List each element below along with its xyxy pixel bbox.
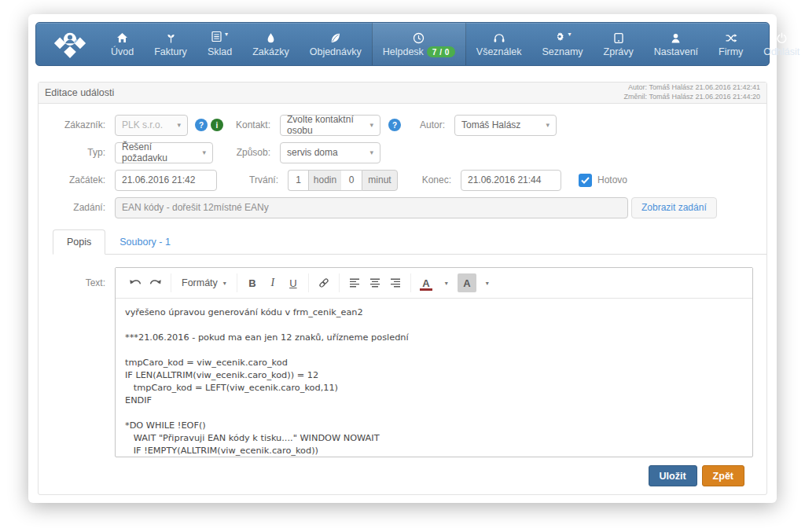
chevron-down-icon: ▾ [445, 280, 448, 287]
duration-group: hodin minut [288, 170, 398, 191]
chevron-down-icon: ▾ [223, 280, 226, 287]
tab-bar: Popis Soubory - 1 [53, 229, 766, 255]
nav-item-sklad[interactable]: ▾ Sklad [197, 23, 242, 65]
align-left-button[interactable] [345, 273, 364, 292]
event-edit-panel: Editace události Autor: Tomáš Halász 21.… [38, 82, 767, 495]
power-icon [776, 31, 788, 44]
contact-label: Kontakt: [223, 119, 280, 130]
align-center-button[interactable] [366, 273, 384, 292]
author-label: Autor: [407, 119, 454, 130]
tab-soubory[interactable]: Soubory - 1 [105, 229, 185, 255]
align-group [340, 273, 411, 292]
plant-icon [165, 31, 177, 44]
app-logo[interactable] [41, 23, 101, 65]
bold-button[interactable]: B [243, 273, 262, 292]
form-row-time: Začátek: Trvání: hodin minut Konec: Hoto… [39, 169, 766, 191]
user-icon [670, 31, 682, 44]
contact-select[interactable]: Zvolte kontaktní osobu▾ [280, 115, 380, 136]
duration-label: Trvání: [217, 174, 288, 185]
back-button[interactable]: Zpět [702, 465, 744, 486]
nav-item-nastaveni[interactable]: Nastavení [644, 23, 708, 65]
align-right-button[interactable] [386, 273, 405, 292]
formats-dropdown[interactable]: Formáty▾ [177, 277, 231, 288]
chevron-down-icon: ▾ [486, 280, 489, 287]
audit-meta: Autor: Tomáš Halász 21.06.2016 21:42:41 … [624, 83, 760, 101]
method-label: Způsob: [213, 147, 280, 158]
nav-item-seznamy[interactable]: ▾ Seznamy [532, 23, 594, 65]
redo-button[interactable] [146, 273, 165, 292]
type-select[interactable]: Řešení požadavku▾ [115, 142, 213, 163]
clock-icon [413, 31, 425, 44]
text-color-button[interactable]: A [417, 273, 436, 292]
duration-hours-input[interactable] [288, 170, 308, 191]
done-checkbox[interactable] [579, 174, 592, 187]
underline-button[interactable]: U [284, 273, 303, 292]
align-left-icon [349, 278, 360, 288]
nav-item-odhlasit[interactable]: Odhlásit [753, 23, 805, 65]
text-color-caret[interactable]: ▾ [437, 273, 456, 292]
info-icon[interactable]: i [211, 119, 223, 131]
editor-toolbar: Formáty▾ B I U [116, 268, 752, 299]
tab-popis[interactable]: Popis [53, 229, 105, 255]
top-nav: Úvod Faktury ▾ Sklad Zakázky Obj [35, 22, 770, 66]
chevron-down-icon: ▾ [546, 121, 550, 129]
customer-select[interactable]: PLK s.r.o.▾ [115, 115, 188, 136]
undo-button[interactable] [126, 273, 145, 292]
start-input[interactable] [115, 170, 217, 191]
editor-content[interactable]: vyřešeno úpravou generování kódu v frm_c… [116, 299, 752, 457]
end-input[interactable] [461, 170, 561, 191]
nav-item-faktury[interactable]: Faktury [144, 23, 197, 65]
nav-item-helpdesk[interactable]: Helpdesk 7 / 0 [372, 23, 466, 65]
help-icon[interactable]: ? [195, 119, 208, 131]
nav-item-vseznalek[interactable]: Všeználek [466, 23, 532, 65]
shuffle-icon [725, 31, 737, 44]
help-icon[interactable]: ? [388, 119, 401, 131]
show-assignment-button[interactable]: Zobrazit zadání [631, 197, 717, 218]
chevron-down-icon: ▾ [369, 149, 373, 156]
droplet-icon [265, 31, 277, 44]
list-icon: ▾ [211, 31, 228, 44]
color-group: A ▾ A ▾ [411, 273, 502, 292]
start-label: Začátek: [39, 174, 115, 185]
redo-icon [149, 277, 162, 288]
nav-item-label: Seznamy [542, 46, 583, 57]
link-group [309, 273, 340, 292]
duration-minutes-input[interactable] [341, 170, 362, 191]
author-select[interactable]: Tomáš Halász▾ [454, 115, 557, 136]
nav-item-zpravy[interactable]: Zprávy [594, 23, 644, 65]
form-row-type: Typ: Řešení požadavku▾ Způsob: servis do… [39, 141, 766, 163]
nav-item-label: Všeználek [476, 46, 522, 57]
link-button[interactable] [314, 273, 333, 292]
nav-item-objednavky[interactable]: Objednávky [300, 23, 372, 65]
align-right-icon [390, 278, 401, 288]
author-line: Autor: Tomáš Halász 21.06.2016 21:42:41 [624, 83, 760, 93]
hours-unit-addon: hodin [308, 170, 341, 191]
nav-item-label: Úvod [111, 46, 134, 57]
background-color-caret[interactable]: ▾ [478, 273, 497, 292]
customer-label: Zákazník: [39, 119, 115, 130]
form-footer: Uložit Zpět [39, 465, 744, 486]
link-icon [318, 277, 330, 289]
nav-item-firmy[interactable]: Firmy [708, 23, 753, 65]
page-title: Editace události [45, 87, 114, 98]
nav-item-label: Helpdesk 7 / 0 [383, 46, 455, 57]
nav-item-label: Zakázky [252, 46, 289, 57]
text-editor-row: Text: Formáty▾ [39, 267, 766, 457]
formats-group: Formáty▾ [171, 273, 237, 292]
nav-item-zakazky[interactable]: Zakázky [242, 23, 300, 65]
end-label: Konec: [404, 174, 461, 185]
method-select[interactable]: servis doma▾ [280, 142, 380, 163]
app-window: Úvod Faktury ▾ Sklad Zakázky Obj [28, 14, 777, 503]
leaf-icon [329, 31, 341, 44]
nav-item-uvod[interactable]: Úvod [101, 23, 144, 65]
nav-item-label: Zprávy [604, 46, 634, 57]
logo-icon [52, 29, 88, 59]
chevron-down-icon: ▾ [225, 31, 228, 38]
chevron-down-icon: ▾ [369, 121, 373, 129]
italic-button[interactable]: I [263, 273, 282, 292]
font-style-group: B I U [237, 273, 309, 292]
message-icon [613, 31, 624, 44]
nav-item-label: Nastavení [654, 46, 698, 57]
save-button[interactable]: Uložit [649, 465, 697, 486]
background-color-button[interactable]: A [458, 273, 476, 292]
